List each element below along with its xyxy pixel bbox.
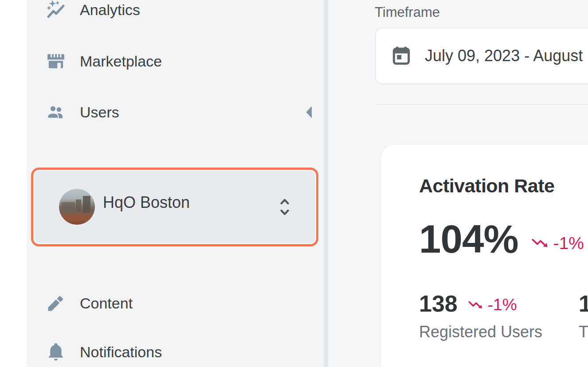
sidebar-item-notifications[interactable]: Notifications (46, 341, 321, 363)
timeframe-value: July 09, 2023 - August (425, 47, 583, 65)
sidebar-item-marketplace[interactable]: Marketplace (46, 51, 321, 72)
org-selector-highlight-ring: HqO Boston (31, 168, 318, 246)
unfold-chevrons-icon[interactable] (279, 196, 290, 218)
sidebar-item-label: Users (80, 104, 119, 121)
sidebar-item-label: Analytics (80, 1, 140, 19)
sidebar-item-users[interactable]: Users (46, 102, 321, 123)
activation-rate-card: Activation Rate 104% -1% 138 (381, 145, 588, 367)
metric-value: 104% (419, 219, 518, 259)
stat-registered-users: 138 -1% Registered Users (419, 291, 579, 341)
section-divider (375, 104, 588, 105)
sidebar-item-analytics[interactable]: Analytics (46, 0, 321, 20)
timeframe-label: Timeframe (375, 4, 440, 20)
metric-delta-value: -1% (553, 234, 584, 253)
analytics-sparkle-icon (46, 0, 66, 20)
sidebar-content-divider (324, 0, 328, 367)
bell-icon (46, 342, 66, 362)
sidebar-item-label: Content (80, 295, 133, 312)
org-selector-button[interactable]: HqO Boston (35, 171, 315, 243)
collapse-left-triangle-icon[interactable] (306, 105, 312, 119)
people-icon (46, 102, 66, 122)
stats-row: 138 -1% Registered Users (419, 291, 588, 341)
stat-delta: -1% (468, 296, 517, 314)
stat-total-users-clipped: 1 T (579, 291, 588, 341)
sidebar: Analytics Marketplace (27, 0, 324, 367)
trend-down-icon (532, 238, 549, 248)
metric-row: 104% -1% (419, 219, 584, 259)
app-screen: Analytics Marketplace (0, 0, 588, 367)
stat-value: 138 (419, 291, 458, 316)
stat-delta-value: -1% (488, 296, 517, 314)
sidebar-item-label: Marketplace (80, 53, 162, 70)
left-rail (0, 0, 27, 367)
calendar-icon (391, 46, 412, 66)
sidebar-item-label: Notifications (80, 344, 162, 361)
sidebar-item-content[interactable]: Content (46, 293, 321, 314)
trend-down-icon (468, 301, 484, 309)
timeframe-datepicker[interactable]: July 09, 2023 - August (375, 27, 588, 84)
metric-delta: -1% (532, 234, 584, 253)
stat-label: Registered Users (419, 323, 579, 341)
org-avatar (59, 189, 95, 225)
org-name: HqO Boston (103, 193, 190, 212)
stat-value: 1 (579, 291, 588, 316)
storefront-icon (46, 51, 66, 71)
pencil-icon (46, 293, 66, 313)
stat-label: T (579, 323, 588, 341)
card-title: Activation Rate (419, 175, 555, 197)
